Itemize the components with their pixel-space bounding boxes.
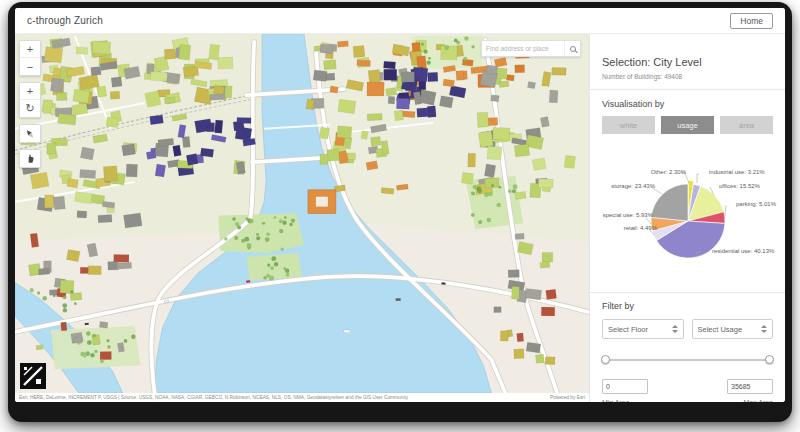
updown-icon	[761, 325, 767, 333]
min-area-input[interactable]	[602, 379, 648, 394]
pie-label-retail: retail: 4.49%	[624, 225, 657, 231]
powered-by-text: Powered by Esri	[544, 395, 585, 400]
pie-label-industrial: industrial use: 3.21%	[709, 169, 765, 175]
pan-button[interactable]	[20, 150, 40, 167]
zoom-group: + −	[19, 40, 41, 76]
mode-group: + ↻	[19, 82, 41, 118]
app-window: c-through Zurich Home	[15, 8, 785, 402]
zoom-mode-button[interactable]: +	[20, 83, 40, 100]
pie-label-storage: storage: 23.43%	[611, 183, 655, 189]
rotate-button[interactable]: ↻	[20, 100, 40, 117]
usage-pie-chart: Other: 2.30% industrial use: 3.21% offic…	[602, 164, 774, 282]
divider	[590, 89, 785, 90]
min-area-label: Min Area	[602, 399, 648, 402]
attribution-bar: Esri, HERE, DeLorme, INCREMENT P, USGS |…	[15, 393, 589, 402]
slider-handle-min[interactable]	[601, 355, 610, 364]
island-building	[308, 190, 336, 214]
visualisation-buttons: white usage area	[602, 116, 773, 134]
plus-icon: +	[27, 43, 33, 55]
visualisation-label: Visualisation by	[602, 99, 773, 109]
app-title: c-through Zurich	[15, 15, 103, 26]
updown-icon	[672, 325, 678, 333]
slider-handle-max[interactable]	[765, 355, 774, 364]
pie-label-parking: parking: 5.01%	[736, 201, 776, 207]
area-range-slider	[602, 355, 773, 365]
pie-label-other: Other: 2.30%	[651, 169, 686, 175]
pie-label-residential: residential use: 40.13%	[712, 248, 774, 254]
top-bar: c-through Zurich Home	[15, 8, 785, 34]
max-area-input[interactable]	[727, 379, 773, 394]
hand-icon	[25, 153, 36, 164]
buildings-count: Number of Buildings: 49408	[602, 73, 773, 80]
zoom-in-button[interactable]: +	[20, 41, 40, 58]
search-input[interactable]	[482, 45, 564, 52]
pan-group	[19, 149, 41, 168]
divider	[590, 292, 785, 293]
min-area-group: Min Area	[602, 375, 648, 402]
content-row: + − + ↻	[15, 34, 785, 402]
usage-select[interactable]: Select Usage	[692, 319, 774, 339]
pie-graphic	[602, 164, 774, 282]
zoom-out-button[interactable]: −	[20, 58, 40, 75]
max-area-group: Max Area	[727, 375, 773, 402]
app-logo	[20, 363, 46, 389]
side-panel: Selection: City Level Number of Building…	[589, 34, 785, 402]
home-button[interactable]: Home	[730, 13, 773, 29]
floor-select-value: Select Floor	[608, 325, 648, 334]
selection-title: Selection: City Level	[602, 56, 773, 68]
map-canvas[interactable]: + − + ↻	[15, 34, 589, 402]
map-search	[481, 40, 581, 57]
basemap-graphic	[15, 34, 589, 393]
search-button[interactable]	[564, 41, 580, 56]
area-inputs: Min Area Max Area	[602, 375, 773, 402]
compass-group	[19, 124, 41, 143]
vis-button-usage[interactable]: usage	[661, 116, 714, 134]
attribution-text: Esri, HERE, DeLorme, INCREMENT P, USGS |…	[19, 395, 408, 400]
minus-icon: −	[27, 61, 33, 73]
browser-frame: c-through Zurich Home	[8, 2, 792, 422]
floor-select[interactable]: Select Floor	[602, 319, 684, 339]
pie-label-special: special use: 5.93%	[603, 212, 653, 218]
pie-label-offices: offices: 15.52%	[719, 183, 760, 189]
search-icon	[570, 46, 576, 52]
pie-slice-storage	[651, 184, 688, 221]
vis-button-white[interactable]: white	[602, 116, 655, 134]
rotate-icon: ↻	[25, 102, 34, 115]
slider-track	[602, 359, 773, 361]
vis-button-area[interactable]: area	[720, 116, 773, 134]
plus-icon: +	[27, 85, 33, 97]
filter-selects: Select Floor Select Usage	[602, 319, 773, 339]
max-area-label: Max Area	[727, 399, 773, 402]
compass-icon	[24, 128, 36, 140]
filter-label: Filter by	[602, 301, 773, 311]
usage-select-value: Select Usage	[698, 325, 743, 334]
compass-button[interactable]	[20, 125, 40, 142]
map-controls: + − + ↻	[19, 40, 41, 168]
